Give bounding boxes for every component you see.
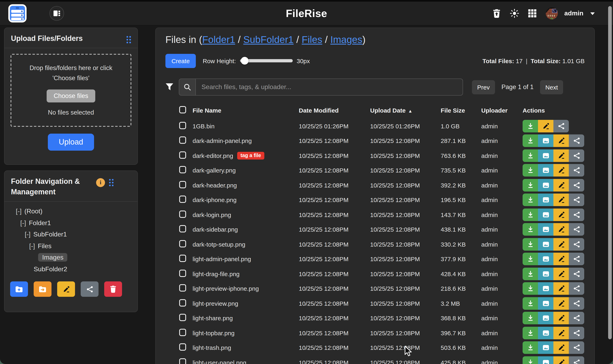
preview-button[interactable] <box>538 208 553 221</box>
table-row[interactable]: dark-editor.pngtag a file10/25/25 12:08P… <box>166 148 585 163</box>
preview-button[interactable] <box>538 297 553 310</box>
column-header[interactable]: Date Modified <box>299 107 370 114</box>
folder-label[interactable]: Files <box>38 242 52 249</box>
apps-grid-icon[interactable] <box>528 9 537 18</box>
preview-button[interactable] <box>538 268 553 280</box>
folder-tree-item[interactable]: Images <box>11 252 131 263</box>
preview-button[interactable] <box>538 341 553 354</box>
edit-button[interactable] <box>553 341 569 354</box>
column-header[interactable]: File Name <box>193 107 299 114</box>
file-name[interactable]: dark-sidebar.png <box>193 226 238 233</box>
edit-button[interactable] <box>553 223 569 236</box>
tag-badge[interactable]: tag a file <box>237 152 264 159</box>
tree-expand-toggle[interactable]: [-] <box>16 208 21 215</box>
breadcrumb-link[interactable]: SubFolder1 <box>243 34 293 45</box>
share-button[interactable] <box>569 327 584 339</box>
edit-button[interactable] <box>553 282 569 295</box>
preview-button[interactable] <box>538 327 553 339</box>
file-name[interactable]: dark-gallery.png <box>193 167 236 174</box>
row-checkbox[interactable] <box>179 240 186 247</box>
preview-button[interactable] <box>538 223 553 236</box>
vertical-scrollbar[interactable] <box>608 6 612 339</box>
table-row[interactable]: dark-iphone.png10/25/25 12:08PM10/25/25 … <box>166 193 585 207</box>
next-page-button[interactable]: Next <box>540 80 563 94</box>
edit-button[interactable] <box>553 268 569 280</box>
edit-button[interactable] <box>553 356 569 364</box>
download-button[interactable] <box>523 238 538 251</box>
share-button[interactable] <box>569 312 584 325</box>
folder-label[interactable]: SubFolder1 <box>33 231 67 238</box>
create-folder-button[interactable] <box>10 281 28 297</box>
share-button[interactable] <box>569 238 584 251</box>
preview-button[interactable] <box>538 149 553 162</box>
share-button[interactable] <box>569 194 584 206</box>
folder-tree-item[interactable]: [-]SubFolder1 <box>11 229 131 240</box>
download-button[interactable] <box>523 223 538 236</box>
row-checkbox[interactable] <box>179 285 186 292</box>
file-name[interactable]: light-user-panel.png <box>193 359 246 364</box>
file-name[interactable]: light-admin-panel.png <box>193 256 251 262</box>
share-button[interactable] <box>569 297 584 310</box>
edit-button[interactable] <box>553 327 569 339</box>
download-button[interactable] <box>523 179 538 192</box>
table-row[interactable]: dark-totp-setup.png10/25/25 12:08PM10/25… <box>166 237 585 252</box>
folder-label[interactable]: SubFolder2 <box>34 265 67 272</box>
row-height-slider[interactable] <box>240 59 293 62</box>
file-name[interactable]: dark-header.png <box>193 182 237 189</box>
choose-files-button[interactable]: Choose files <box>47 90 95 103</box>
row-checkbox[interactable] <box>179 166 186 173</box>
folder-tree-item[interactable]: SubFolder2 <box>11 263 131 275</box>
drag-handle-icon[interactable] <box>109 179 113 186</box>
filerise-logo[interactable] <box>8 4 27 23</box>
create-button[interactable]: Create <box>166 54 196 68</box>
tree-expand-toggle[interactable]: [-] <box>29 242 35 249</box>
share-button[interactable] <box>569 179 584 192</box>
download-button[interactable] <box>523 253 538 265</box>
table-row[interactable]: light-trash.png10/25/25 12:08PM10/25/25 … <box>166 340 585 355</box>
table-row[interactable]: light-preview.png10/25/25 12:08PM10/25/2… <box>166 296 585 311</box>
edit-button[interactable] <box>553 179 569 192</box>
table-row[interactable]: dark-admin-panel.png10/25/25 12:08PM10/2… <box>166 133 585 148</box>
edit-button[interactable] <box>553 253 569 265</box>
download-button[interactable] <box>523 312 538 325</box>
row-checkbox[interactable] <box>179 299 186 307</box>
download-button[interactable] <box>523 297 538 310</box>
edit-button[interactable] <box>553 312 569 325</box>
file-name[interactable]: light-topbar.png <box>193 330 235 337</box>
row-checkbox[interactable] <box>179 210 186 218</box>
download-button[interactable] <box>523 356 538 364</box>
row-checkbox[interactable] <box>179 358 186 364</box>
folder-label[interactable]: (Root) <box>24 208 42 215</box>
table-row[interactable]: light-admin-panel.png10/25/25 12:08PM10/… <box>166 252 585 266</box>
row-checkbox[interactable] <box>179 181 186 188</box>
file-name[interactable]: dark-editor.png <box>193 152 233 159</box>
share-folder-button[interactable] <box>81 281 98 297</box>
light-mode-sun-icon[interactable] <box>510 9 519 18</box>
share-button[interactable] <box>553 120 569 132</box>
info-icon[interactable]: i <box>96 178 105 187</box>
tree-expand-toggle[interactable]: [-] <box>25 231 30 238</box>
row-checkbox[interactable] <box>179 255 186 262</box>
column-header[interactable]: Actions <box>523 107 585 114</box>
share-button[interactable] <box>569 282 584 295</box>
table-row[interactable]: light-drag-file.png10/25/25 12:08PM10/25… <box>166 266 585 281</box>
download-button[interactable] <box>523 327 538 339</box>
slider-thumb[interactable] <box>241 57 248 65</box>
edit-button[interactable] <box>553 297 569 310</box>
share-button[interactable] <box>569 268 584 280</box>
row-checkbox[interactable] <box>179 314 186 321</box>
download-button[interactable] <box>523 135 538 147</box>
row-checkbox[interactable] <box>179 329 186 336</box>
folder-tree-item[interactable]: [-](Root) <box>11 206 131 217</box>
drag-handle-icon[interactable] <box>126 36 131 43</box>
file-name[interactable]: light-preview.png <box>193 300 238 307</box>
caret-down-icon[interactable] <box>590 12 595 15</box>
download-button[interactable] <box>523 149 538 162</box>
folder-tree-item[interactable]: [-]Folder1 <box>11 217 131 229</box>
preview-button[interactable] <box>538 135 553 147</box>
edit-button[interactable] <box>553 194 569 206</box>
sidebar-toggle-button[interactable] <box>49 6 64 21</box>
table-row[interactable]: light-preview-iphone.png10/25/25 12:08PM… <box>166 281 585 296</box>
row-checkbox[interactable] <box>179 196 186 203</box>
download-button[interactable] <box>523 164 538 177</box>
